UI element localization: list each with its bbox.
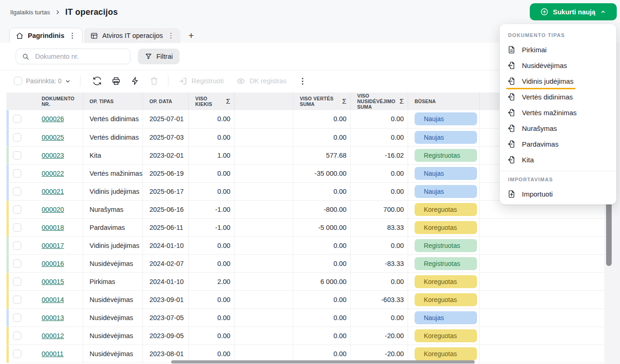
filters-button[interactable]: Filtrai — [138, 49, 180, 64]
menu-item-pirkimai[interactable]: Pirkimai — [500, 42, 616, 57]
column-label: DOKUMENTO NR. — [42, 96, 79, 107]
menu-item-kita[interactable]: Kita — [500, 152, 616, 167]
tab-pagrindinis[interactable]: Pagrindinis ⋮ — [9, 28, 82, 43]
column-header-nr[interactable]: DOKUMENTO NR. — [35, 93, 83, 110]
row-checkbox[interactable] — [13, 115, 21, 123]
select-all-checkbox[interactable] — [14, 77, 22, 85]
document-number-link[interactable]: 000013 — [42, 314, 64, 321]
value-sum-cell: 577.68 — [293, 146, 350, 164]
spacer-cell — [479, 345, 609, 363]
table-row: 000012Nusidėvėjimas2023-09-050.000.00-20… — [6, 327, 609, 345]
create-new-menu: DOKUMENTO TIPAS PirkimaiNusidėvėjimasVid… — [500, 24, 616, 204]
dk-register-button[interactable]: DK registras — [236, 77, 286, 86]
menu-item-vert-s-didinimas[interactable]: Vertės didinimas — [500, 89, 616, 105]
column-header-verte[interactable]: VISO VERTĖS SUMAΣ — [293, 93, 350, 110]
document-number-link[interactable]: 000016 — [42, 260, 64, 267]
document-number-link[interactable]: 000025 — [42, 134, 64, 141]
document-number-link[interactable]: 000026 — [42, 115, 64, 123]
depreciation-sum-cell: 83.33 — [350, 218, 408, 236]
row-checkbox[interactable] — [13, 151, 21, 160]
menu-item-importuoti[interactable]: Importuoti — [500, 186, 616, 202]
op-date-cell: 2023-09-01 — [143, 290, 188, 308]
menu-item-label: Nurašymas — [522, 124, 557, 132]
print-button[interactable] — [111, 75, 122, 86]
tab-atviros-it-operacijos[interactable]: Atviros IT operacijos ⋮ — [84, 28, 180, 43]
document-number-cell: 000023 — [35, 146, 83, 164]
batch-action-button[interactable] — [130, 75, 141, 86]
row-checkbox[interactable] — [13, 350, 21, 358]
table-row: 000014Nusidėvėjimas2023-09-010.000.00-60… — [6, 290, 609, 308]
register-icon — [179, 77, 187, 86]
status-badge: Naujas — [415, 131, 477, 144]
selected-count-label: Pasirinkta: 0 — [26, 77, 62, 85]
sum-button[interactable]: Σ — [342, 99, 346, 104]
depreciation-sum-cell: -20.00 — [350, 327, 408, 345]
create-new-button[interactable]: Sukurti naują — [530, 3, 617, 20]
document-number-link[interactable]: 000020 — [42, 206, 64, 213]
column-header-tipas[interactable]: OP. TIPAS — [83, 93, 143, 110]
column-header-data[interactable]: OP. DATA — [143, 93, 188, 110]
menu-document-type-list: PirkimaiNusidėvėjimasVidinis judėjimasVe… — [500, 42, 616, 167]
value-sum-cell: 0.00 — [293, 128, 350, 146]
document-number-link[interactable]: 000011 — [42, 350, 63, 358]
op-type-cell: Pardavimas — [83, 218, 143, 236]
menu-item-vert-s-ma-inimas[interactable]: Vertės mažinimas — [500, 105, 616, 120]
add-tab-button[interactable]: + — [180, 28, 202, 43]
status-strip — [6, 183, 9, 200]
column-header-busena[interactable]: BŪSENA — [408, 93, 479, 110]
tab-kebab-icon[interactable]: ⋮ — [167, 31, 174, 40]
home-icon — [16, 32, 24, 40]
row-checkbox[interactable] — [13, 241, 21, 250]
value-sum-cell: 0.00 — [293, 308, 350, 327]
row-checkbox[interactable] — [13, 314, 21, 322]
document-number-link[interactable]: 000014 — [42, 296, 64, 303]
menu-item-nura-ymas[interactable]: Nurašymas — [500, 120, 616, 136]
row-checkbox[interactable] — [13, 296, 21, 304]
row-checkbox[interactable] — [13, 133, 21, 142]
register-button[interactable]: Registruoti — [179, 77, 223, 86]
status-badge: Koreguotas — [415, 221, 477, 234]
column-header-kiekis[interactable]: VISO KIEKISΣ — [188, 93, 234, 110]
document-number-link[interactable]: 000015 — [42, 278, 64, 285]
status-cell: Naujas — [408, 182, 479, 200]
op-type-cell: Nurašymas — [83, 200, 143, 218]
menu-item-pardavimas[interactable]: Pardavimas — [500, 136, 616, 152]
status-cell: Koreguotas — [408, 327, 479, 345]
op-date-cell: 2025-06-16 — [143, 200, 188, 218]
sum-button[interactable]: Σ — [226, 99, 230, 104]
delete-button[interactable] — [149, 75, 160, 86]
vertical-scrollbar-thumb[interactable] — [606, 200, 612, 266]
document-number-link[interactable]: 000021 — [42, 188, 64, 195]
value-sum-cell: -35 000.00 — [293, 164, 350, 182]
row-select-cell — [6, 146, 35, 164]
search-input[interactable] — [34, 52, 124, 61]
toolbar-kebab-button[interactable]: ⋮ — [298, 76, 306, 86]
chevron-down-icon[interactable] — [65, 78, 71, 84]
sum-button[interactable]: Σ — [399, 99, 403, 104]
row-checkbox[interactable] — [13, 205, 21, 214]
tab-kebab-icon[interactable]: ⋮ — [69, 31, 76, 40]
status-strip — [6, 165, 9, 182]
row-checkbox[interactable] — [13, 187, 21, 196]
column-header-nusid[interactable]: VISO NUSIDĖVĖJIMO SUMAΣ — [350, 93, 408, 110]
row-checkbox[interactable] — [13, 259, 21, 268]
row-checkbox[interactable] — [13, 169, 21, 178]
gap-cell — [234, 290, 293, 308]
refresh-button[interactable] — [92, 75, 103, 86]
menu-item-nusid-v-jimas[interactable]: Nusidėvėjimas — [500, 57, 616, 73]
breadcrumb-root-link[interactable]: Ilgalaikis turtas — [10, 9, 50, 16]
horizontal-scrollbar-thumb[interactable] — [171, 360, 475, 364]
search-box[interactable] — [16, 49, 130, 64]
document-number-link[interactable]: 000012 — [42, 332, 64, 339]
document-number-cell: 000018 — [35, 218, 83, 236]
document-number-link[interactable]: 000023 — [42, 152, 64, 159]
row-checkbox[interactable] — [13, 278, 21, 286]
document-number-link[interactable]: 000017 — [42, 242, 64, 249]
document-number-cell: 000022 — [35, 164, 83, 182]
menu-item-vidinis-jud-jimas[interactable]: Vidinis judėjimas — [500, 73, 616, 89]
row-select-cell — [6, 327, 35, 345]
row-checkbox[interactable] — [13, 332, 21, 340]
document-number-link[interactable]: 000022 — [42, 170, 64, 177]
row-checkbox[interactable] — [13, 223, 21, 232]
document-number-link[interactable]: 000018 — [42, 224, 64, 231]
